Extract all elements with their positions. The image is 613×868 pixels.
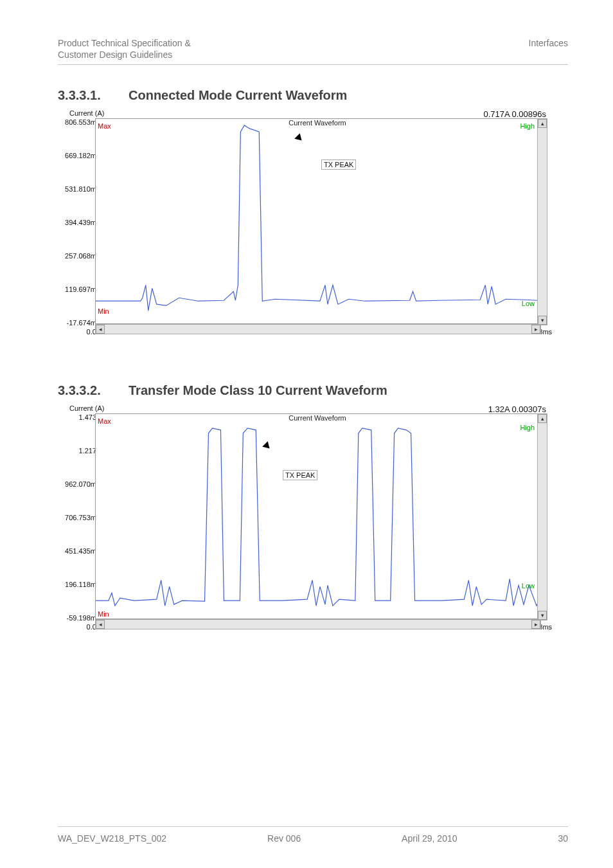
high-label: High bbox=[520, 122, 535, 130]
scroll-down-icon[interactable]: ▾ bbox=[538, 611, 547, 620]
min-label: Min bbox=[98, 610, 109, 618]
scrollbar-vertical[interactable]: ▴ ▾ bbox=[537, 413, 547, 620]
section-number: 3.3.3.1. bbox=[58, 88, 109, 103]
section-title: Transfer Mode Class 10 Current Waveform bbox=[129, 383, 387, 398]
tx-peak-label: TX PEAK bbox=[283, 470, 317, 480]
ytick: 669.182m bbox=[65, 152, 96, 159]
scrollbar-vertical[interactable]: ▴ ▾ bbox=[537, 118, 547, 325]
ytick: 451.435m bbox=[65, 547, 96, 555]
footer-doc: WA_DEV_W218_PTS_002 bbox=[58, 833, 166, 844]
plot-area: Current Waveform bbox=[95, 118, 540, 324]
ytick: 394.439m bbox=[65, 219, 96, 226]
ytick: 706.753m bbox=[65, 514, 96, 521]
ytick: 119.697m bbox=[65, 285, 96, 293]
waveform-trace bbox=[96, 414, 539, 619]
tx-peak-label: TX PEAK bbox=[321, 159, 356, 170]
footer-date: April 29, 2010 bbox=[402, 833, 457, 844]
header-right: Interfaces bbox=[529, 37, 568, 49]
ytick: 1.217 bbox=[78, 447, 96, 455]
section-connected-mode: 3.3.3.1. Connected Mode Current Waveform… bbox=[58, 88, 568, 360]
chart-measurement: 1.32A 0.00307s bbox=[488, 404, 546, 414]
page-footer: WA_DEV_W218_PTS_002 Rev 006 April 29, 20… bbox=[58, 826, 568, 844]
ytick: -17.674m bbox=[67, 319, 96, 327]
scroll-left-icon[interactable]: ◂ bbox=[96, 325, 105, 334]
ytick: 196.118m bbox=[65, 581, 96, 588]
low-label: Low bbox=[522, 582, 535, 590]
chart-measurement: 0.717A 0.00896s bbox=[483, 109, 546, 119]
footer-page: 30 bbox=[558, 833, 568, 844]
scrollbar-horizontal[interactable]: ◂ ▸ bbox=[95, 619, 541, 629]
section-heading: 3.3.3.1. Connected Mode Current Waveform bbox=[58, 88, 568, 103]
section-number: 3.3.3.2. bbox=[58, 383, 109, 398]
scroll-left-icon[interactable]: ◂ bbox=[96, 620, 105, 629]
scroll-right-icon[interactable]: ▸ bbox=[531, 620, 540, 629]
section-transfer-mode: 3.3.3.2. Transfer Mode Class 10 Current … bbox=[58, 383, 568, 655]
chart-connected: 0.717A 0.00896s Current (A) 806.553m 669… bbox=[58, 109, 546, 360]
header-line1: Product Technical Specification & bbox=[58, 37, 191, 49]
footer-rev: Rev 006 bbox=[267, 833, 301, 844]
header-left: Product Technical Specification & Custom… bbox=[58, 37, 191, 60]
high-label: High bbox=[520, 424, 535, 431]
scroll-up-icon[interactable]: ▴ bbox=[538, 414, 547, 423]
page-header: Product Technical Specification & Custom… bbox=[58, 37, 568, 65]
min-label: Min bbox=[98, 307, 109, 315]
ytick: 1.473 bbox=[78, 413, 96, 421]
ytick: 531.810m bbox=[65, 185, 96, 193]
y-axis-label: Current (A) bbox=[69, 109, 104, 117]
scroll-up-icon[interactable]: ▴ bbox=[538, 119, 547, 128]
scroll-right-icon[interactable]: ▸ bbox=[531, 325, 540, 334]
ytick: -59.198m bbox=[67, 614, 96, 622]
header-line2: Customer Design Guidelines bbox=[58, 49, 191, 60]
max-label: Max bbox=[98, 417, 111, 425]
section-heading: 3.3.3.2. Transfer Mode Class 10 Current … bbox=[58, 383, 568, 398]
section-title: Connected Mode Current Waveform bbox=[129, 88, 347, 103]
chart-transfer: 1.32A 0.00307s Current (A) 1.473 1.217 9… bbox=[58, 404, 546, 655]
ytick: 257.068m bbox=[65, 252, 96, 260]
ytick: 806.553m bbox=[65, 118, 96, 126]
scroll-down-icon[interactable]: ▾ bbox=[538, 316, 547, 325]
plot-area: Current Waveform bbox=[95, 413, 540, 619]
waveform-trace bbox=[96, 119, 539, 323]
y-axis-label: Current (A) bbox=[69, 404, 104, 412]
max-label: Max bbox=[98, 122, 111, 130]
ytick: 962.070m bbox=[65, 480, 96, 488]
low-label: Low bbox=[522, 300, 535, 307]
scrollbar-horizontal[interactable]: ◂ ▸ bbox=[95, 324, 541, 334]
